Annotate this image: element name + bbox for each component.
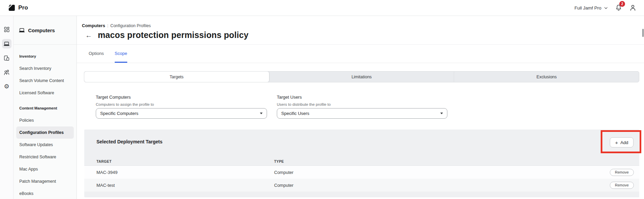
brand[interactable]: Pro bbox=[7, 4, 28, 12]
sidebar-item-ebooks[interactable]: eBooks bbox=[16, 187, 74, 199]
notifications-button[interactable]: 2 bbox=[614, 3, 623, 12]
tab-bar: Options Scope bbox=[77, 45, 644, 63]
notification-badge: 2 bbox=[619, 1, 625, 7]
table-header-row: TARGET TYPE bbox=[84, 157, 639, 166]
target-computers-block: Target Computers Computers to assign the… bbox=[96, 95, 267, 119]
target-users-block: Target Users Users to distribute the pro… bbox=[277, 95, 447, 119]
rail-devices-button[interactable] bbox=[2, 53, 12, 63]
segment-limitations[interactable]: Limitations bbox=[269, 72, 454, 82]
sidebar-section-inventory: Inventory bbox=[16, 50, 74, 62]
dashboard-icon bbox=[4, 26, 10, 33]
users-icon bbox=[3, 69, 10, 76]
target-computers-help: Computers to assign the profile to bbox=[96, 102, 267, 106]
sidebar-header: Computers bbox=[14, 16, 76, 45]
sidebar-item-mac-apps[interactable]: Mac Apps bbox=[16, 163, 74, 175]
jamf-logo-icon bbox=[7, 4, 16, 12]
target-users-value: Specific Users bbox=[281, 111, 309, 116]
user-account-icon bbox=[629, 4, 637, 12]
sidebar-item-licensed-software[interactable]: Licensed Software bbox=[16, 87, 74, 99]
breadcrumb: Computers : Configuration Profiles bbox=[82, 23, 644, 28]
back-button[interactable]: ← bbox=[85, 32, 92, 39]
devices-icon bbox=[3, 55, 10, 61]
breadcrumb-separator: : bbox=[107, 23, 108, 28]
row-type: Computer bbox=[274, 183, 610, 188]
target-computers-select[interactable]: Specific Computers bbox=[96, 108, 267, 119]
row-type: Computer bbox=[274, 170, 610, 175]
segment-targets[interactable]: Targets bbox=[84, 72, 269, 82]
target-users-select[interactable]: Specific Users bbox=[277, 108, 447, 119]
sidebar-item-patch-management[interactable]: Patch Management bbox=[16, 175, 74, 187]
laptop-icon bbox=[19, 27, 25, 34]
context-label: Full Jamf Pro bbox=[574, 5, 601, 11]
scope-segmented-control: Targets Limitations Exclusions bbox=[84, 71, 639, 82]
target-computers-label: Target Computers bbox=[96, 95, 267, 100]
main-content: Computers : Configuration Profiles ← mac… bbox=[77, 16, 644, 199]
chevron-down-icon bbox=[604, 6, 608, 10]
row-target-name: MAC-test bbox=[96, 183, 274, 188]
remove-button[interactable]: Remove bbox=[610, 182, 634, 189]
page-header: Computers : Configuration Profiles ← mac… bbox=[77, 16, 644, 45]
sidebar-item-policies[interactable]: Policies bbox=[16, 114, 74, 126]
brand-name: Pro bbox=[18, 4, 28, 11]
rail-settings-button[interactable]: ⚙ bbox=[2, 82, 12, 91]
sidebar-title: Computers bbox=[28, 27, 55, 33]
settings-gear-icon: ⚙ bbox=[4, 83, 9, 89]
add-button-label: Add bbox=[620, 140, 628, 145]
add-button[interactable]: + Add bbox=[610, 137, 634, 147]
table-row: MAC-test Computer Remove bbox=[84, 179, 639, 192]
vertical-scrollbar-thumb[interactable] bbox=[642, 29, 644, 37]
tab-options[interactable]: Options bbox=[89, 51, 104, 63]
red-annotation-box: + Add bbox=[601, 130, 641, 153]
column-header-target: TARGET bbox=[96, 159, 274, 163]
scope-content: Targets Limitations Exclusions Target Co… bbox=[77, 63, 644, 197]
sidebar: Computers Inventory Search Inventory Sea… bbox=[14, 16, 77, 199]
breadcrumb-section[interactable]: Computers bbox=[82, 23, 105, 28]
rail-users-button[interactable] bbox=[2, 67, 12, 77]
sidebar-menu: Inventory Search Inventory Search Volume… bbox=[14, 45, 76, 199]
icon-rail: ⚙ bbox=[0, 16, 14, 199]
sidebar-section-content-management: Content Management bbox=[16, 102, 74, 114]
panel-title: Selected Deployment Targets bbox=[96, 139, 162, 144]
column-header-type: TYPE bbox=[274, 159, 634, 163]
sidebar-item-configuration-profiles[interactable]: Configuration Profiles bbox=[16, 126, 74, 139]
select-caret-icon bbox=[260, 113, 263, 114]
plus-icon: + bbox=[615, 140, 618, 145]
target-computers-value: Specific Computers bbox=[100, 111, 138, 116]
row-target-name: MAC-3949 bbox=[96, 170, 274, 175]
breadcrumb-page[interactable]: Configuration Profiles bbox=[110, 23, 151, 28]
select-caret-icon bbox=[440, 113, 443, 114]
target-users-label: Target Users bbox=[277, 95, 447, 100]
sidebar-item-search-volume-content[interactable]: Search Volume Content bbox=[16, 75, 74, 87]
sidebar-item-search-inventory[interactable]: Search Inventory bbox=[16, 62, 74, 75]
table-row: MAC-3949 Computer Remove bbox=[84, 166, 639, 179]
sidebar-item-restricted-software[interactable]: Restricted Software bbox=[16, 151, 74, 163]
sidebar-item-software-updates[interactable]: Software Updates bbox=[16, 139, 74, 151]
computers-icon bbox=[3, 41, 10, 47]
context-switcher[interactable]: Full Jamf Pro bbox=[574, 5, 608, 11]
top-bar: Pro Full Jamf Pro 2 bbox=[0, 0, 644, 16]
tab-scope[interactable]: Scope bbox=[115, 51, 127, 63]
table-body: MAC-3949 Computer Remove MAC-test Comput… bbox=[84, 166, 639, 192]
target-users-help: Users to distribute the profile to bbox=[277, 102, 447, 106]
remove-button[interactable]: Remove bbox=[610, 169, 634, 176]
segment-exclusions[interactable]: Exclusions bbox=[454, 72, 639, 82]
account-button[interactable] bbox=[629, 4, 637, 12]
rail-dashboard-button[interactable] bbox=[2, 25, 12, 34]
rail-computers-button[interactable] bbox=[2, 39, 12, 48]
target-selects: Target Computers Computers to assign the… bbox=[96, 95, 639, 119]
sidebar-section-gap bbox=[16, 99, 74, 102]
page-title: macos protection permissions policy bbox=[98, 30, 248, 40]
selected-deployment-targets-panel: Selected Deployment Targets + Add TARGET… bbox=[84, 130, 639, 197]
